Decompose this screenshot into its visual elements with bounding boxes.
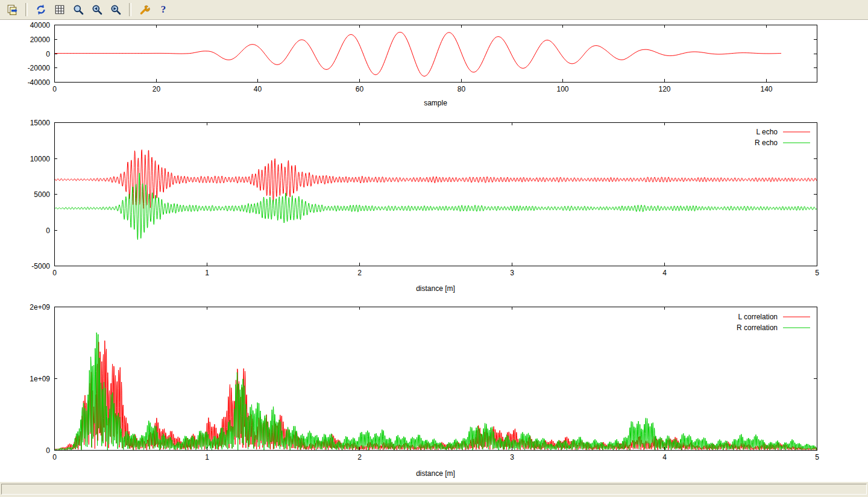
plot-border <box>54 122 817 266</box>
toolbar-separator <box>129 3 131 16</box>
x-tick-label: 0 <box>52 85 57 93</box>
help-icon: ? <box>161 4 166 16</box>
zoom-previous-icon <box>92 4 102 15</box>
grid-toggle-button[interactable] <box>51 2 68 17</box>
x-tick-label: 140 <box>760 85 772 93</box>
x-tick-label: 100 <box>556 85 568 93</box>
l-correlation-series <box>54 341 817 450</box>
y-tick-label: 2e+09 <box>30 303 50 311</box>
status-bar <box>0 481 868 497</box>
transmit-pulse-series <box>54 32 781 76</box>
y-tick-label: 0 <box>46 227 50 235</box>
replot-button[interactable] <box>33 2 49 17</box>
x-axis-label: distance [m] <box>416 469 455 478</box>
y-tick-label: 20000 <box>30 36 51 44</box>
y-tick-label: 1e+09 <box>30 375 50 383</box>
x-axis-label: distance [m] <box>416 284 455 293</box>
grid-toggle-icon <box>54 4 65 15</box>
x-tick-label: 2 <box>357 453 362 461</box>
config-button[interactable] <box>136 2 153 17</box>
x-tick-label: 5 <box>815 453 819 461</box>
replot-icon <box>36 4 46 15</box>
x-tick-label: 0 <box>52 453 57 461</box>
x-tick-label: 4 <box>662 453 667 461</box>
zoom-button[interactable] <box>70 2 87 17</box>
y-tick-label: 5000 <box>34 190 50 199</box>
r-correlation-series <box>54 333 817 450</box>
toolbar-separator <box>25 3 28 16</box>
copy-to-clipboard-button[interactable] <box>4 2 20 17</box>
plot-area[interactable]: 02040608010012014040000200000-20000-4000… <box>0 20 868 481</box>
x-tick-label: 2 <box>357 269 362 277</box>
y-tick-label: 0 <box>46 446 50 455</box>
x-tick-label: 3 <box>510 453 514 461</box>
x-tick-label: 5 <box>815 269 819 277</box>
x-tick-label: 0 <box>52 269 57 277</box>
y-tick-label: 10000 <box>30 155 51 163</box>
x-tick-label: 4 <box>662 269 667 277</box>
zoom-next-icon <box>110 4 121 15</box>
zoom-previous-button[interactable] <box>89 2 105 17</box>
x-tick-label: 1 <box>205 269 209 277</box>
l-echo-series <box>54 150 817 209</box>
toolbar: ? <box>0 0 868 20</box>
y-tick-label: -5000 <box>31 262 50 270</box>
zoom-next-button[interactable] <box>107 2 124 17</box>
plots-svg[interactable]: 02040608010012014040000200000-20000-4000… <box>0 20 868 482</box>
legend-label: R echo <box>755 139 778 147</box>
zoom-icon <box>73 4 84 15</box>
legend-label: L echo <box>756 128 778 136</box>
x-tick-label: 120 <box>658 85 670 93</box>
y-tick-label: -40000 <box>28 78 51 87</box>
x-tick-label: 3 <box>510 269 514 277</box>
x-tick-label: 80 <box>458 85 466 93</box>
y-tick-label: 0 <box>46 50 50 58</box>
config-wrench-icon <box>139 4 150 15</box>
legend-label: R correlation <box>737 324 778 332</box>
y-tick-label: -20000 <box>28 64 51 72</box>
x-axis-label: sample <box>424 99 447 107</box>
x-tick-label: 40 <box>254 85 262 93</box>
copy-to-clipboard-icon <box>7 4 17 15</box>
y-tick-label: 40000 <box>30 21 51 30</box>
legend-label: L correlation <box>738 313 778 321</box>
r-echo-series <box>54 173 817 239</box>
x-tick-label: 60 <box>356 85 364 93</box>
x-tick-label: 20 <box>153 85 161 93</box>
y-tick-label: 15000 <box>30 119 51 127</box>
x-tick-label: 1 <box>205 453 209 461</box>
status-text <box>1 484 867 495</box>
help-button[interactable]: ? <box>155 2 172 17</box>
plot-border <box>54 307 817 450</box>
gnuplot-window: ? 02040608010012014040000200000-20000-40… <box>0 0 868 497</box>
